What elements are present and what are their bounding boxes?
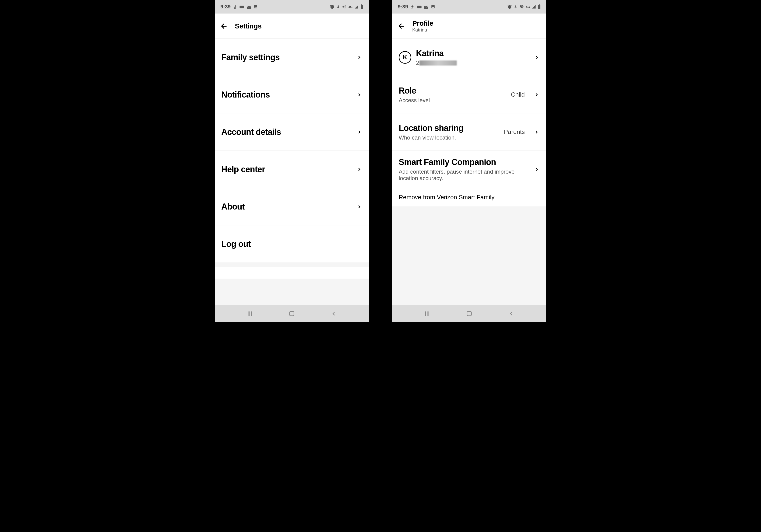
battery-icon [360,4,363,9]
back-button[interactable] [219,21,229,31]
avatar-letter: K [403,54,407,61]
svg-rect-2 [361,4,362,5]
alarm-icon [507,4,512,9]
svg-rect-1 [361,5,363,9]
settings-screen: 9:39 4G Settings Family settings [215,0,369,322]
role-value: Child [511,91,525,98]
app-header: Settings [215,14,369,39]
svg-rect-7 [417,6,421,8]
list-item-subtitle: Add content filters, pause internet and … [399,169,529,182]
network-4g-icon: 4G [526,5,530,9]
chevron-right-icon [356,166,362,173]
bluetooth-icon [336,4,340,9]
image-icon [254,5,258,9]
chevron-right-icon [356,204,362,210]
profile-header-item[interactable]: K Katrina 2 [392,39,546,76]
home-button[interactable] [287,308,297,319]
status-right: 4G [330,4,363,9]
header-title: Settings [235,22,262,30]
svg-rect-9 [539,4,540,5]
profile-content: K Katrina 2 Role Access level Child [392,39,546,305]
app-header: Profile Katrina [392,14,546,39]
log-out-item[interactable]: Log out [215,225,369,263]
chevron-right-icon [534,166,540,173]
remove-link[interactable]: Remove from Verizon Smart Family [392,188,546,207]
status-left: 9:39 [398,4,435,10]
back-nav-button[interactable] [506,308,516,319]
mail-icon [247,5,251,9]
chevron-right-icon [534,129,540,135]
status-left: 9:39 [220,4,258,10]
role-item[interactable]: Role Access level Child [392,76,546,113]
vpn-icon [417,5,422,9]
svg-rect-0 [240,6,244,8]
account-details-item[interactable]: Account details [215,113,369,151]
status-bar: 9:39 4G [392,0,546,14]
list-item-title: Family settings [221,52,352,62]
alarm-icon [330,4,334,9]
location-sharing-item[interactable]: Location sharing Who can view location. … [392,113,546,151]
list-item-subtitle: Who can view location. [399,134,499,141]
family-settings-item[interactable]: Family settings [215,39,369,76]
home-button[interactable] [464,308,474,319]
status-time: 9:39 [220,4,231,10]
list-item-title: Log out [221,239,362,249]
chevron-right-icon [356,129,362,135]
redacted-phone [420,60,457,66]
chevron-right-icon [356,92,362,98]
profile-screen: 9:39 4G Profile Katrina [392,0,546,322]
status-time: 9:39 [398,4,408,10]
list-item-title: Notifications [221,90,352,100]
help-center-item[interactable]: Help center [215,151,369,188]
chevron-right-icon [534,54,540,60]
status-bar: 9:39 4G [215,0,369,14]
recents-button[interactable] [422,308,432,319]
avatar: K [399,51,411,64]
mail-icon [424,5,429,9]
profile-name: Katrina [416,49,529,58]
svg-rect-8 [538,5,540,9]
svg-rect-6 [290,311,294,316]
svg-rect-13 [467,311,472,316]
network-4g-icon: 4G [349,5,352,9]
profile-phone: 2 [416,60,529,66]
empty-space [215,267,369,279]
header-subtitle: Katrina [412,27,433,33]
back-button[interactable] [396,21,407,31]
list-item-title: Role [399,86,506,96]
about-item[interactable]: About [215,188,369,225]
back-nav-button[interactable] [329,308,339,319]
android-nav-bar [392,305,546,322]
activity-icon [233,5,237,9]
remove-link-text: Remove from Verizon Smart Family [399,194,495,201]
mute-icon [519,4,524,9]
bluetooth-icon [514,4,517,9]
image-icon [431,5,435,9]
location-sharing-value: Parents [504,128,525,135]
smart-family-companion-item[interactable]: Smart Family Companion Add content filte… [392,151,546,188]
chevron-right-icon [534,92,540,98]
list-item-title: Smart Family Companion [399,157,529,167]
battery-icon [538,4,541,9]
status-right: 4G [507,4,541,9]
list-item-title: Account details [221,127,352,137]
recents-button[interactable] [245,308,255,319]
mute-icon [342,4,347,9]
list-item-title: About [221,202,352,212]
list-item-title: Location sharing [399,123,499,133]
activity-icon [410,5,415,9]
signal-icon [354,5,359,9]
list-item-subtitle: Access level [399,97,506,104]
header-title: Profile [412,19,433,27]
signal-icon [532,5,536,9]
list-item-title: Help center [221,165,352,174]
android-nav-bar [215,305,369,322]
notifications-item[interactable]: Notifications [215,76,369,113]
vpn-icon [240,5,244,9]
settings-list: Family settings Notifications Account de… [215,39,369,305]
chevron-right-icon [356,54,362,60]
